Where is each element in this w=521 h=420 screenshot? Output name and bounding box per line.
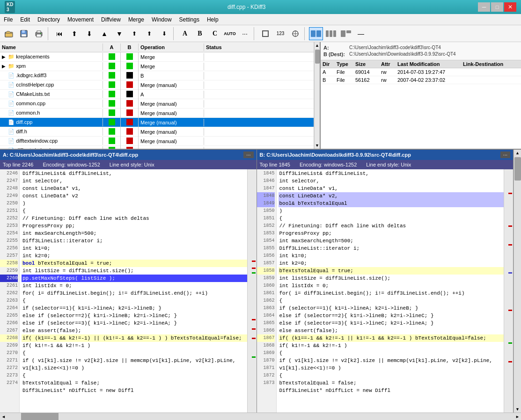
code-line: bTextsTotalEqual = true; [279,267,504,275]
first-diff-button[interactable]: ⏮ [52,27,66,40]
code-line: Diff3LineList::iterator i; [279,245,504,252]
diff-a-more-button[interactable]: ··· [243,152,253,158]
diff-b-more-button[interactable]: ··· [500,152,510,158]
dn-btn2[interactable]: ⬇ [157,27,171,40]
scroll-left-arrow[interactable]: ◄ [0,414,7,419]
expand-arrow[interactable]: ▶ [2,54,7,59]
btn-view2[interactable] [324,27,338,40]
btn-dash[interactable]: — [354,27,368,40]
path-a-label: A: [323,45,349,51]
scroll-track-h [7,413,514,420]
minimize-button[interactable]: ─ [478,2,490,12]
code-line: else assert(false); [22,327,247,334]
scroll-up-arrow[interactable]: ▲ [315,43,319,48]
up-btn3[interactable]: ⬆ [142,27,156,40]
up-btn2[interactable]: ⬆ [127,27,141,40]
file-name: kreplacements [16,54,50,59]
info-size: 56162 [355,77,381,83]
maximize-button[interactable]: □ [491,2,503,12]
next-down-button[interactable]: ▼ [112,27,126,40]
menu-settings[interactable]: Settings [176,14,203,25]
menu-merge[interactable]: Merge [125,14,148,25]
btn-123[interactable]: 123 [273,27,287,40]
print-button[interactable] [32,27,46,40]
scroll-thumb[interactable] [315,50,320,64]
scroll-up-arrow[interactable]: ▲ [514,150,521,156]
btn-square[interactable] [258,27,272,40]
code-content-b[interactable]: Diff3LineList& diff3LineList, int select… [277,169,504,413]
file-icon: 📄 [8,91,15,97]
btn-auto[interactable]: AUTO [223,27,237,40]
col-size: Size [355,61,381,67]
list-item[interactable]: 📄 difftextwindow.cpp Merge (manual) [0,137,314,146]
col-mod: Last Modification [397,61,463,67]
btn-dots[interactable]: ··· [238,27,252,40]
bottom-scrollbar[interactable]: ◄ ► [0,413,521,420]
path-row-a: A: C:\Users\Joachim\kdiff3-code\kdiff3\s… [323,45,518,51]
menu-help[interactable]: Help [203,14,222,25]
prev-diff-up-button[interactable]: ⬆ [67,27,81,40]
code-line: bool bTextsTotalEqual = true; [22,260,247,267]
operation: Merge (manual) [139,109,204,117]
code-line: Diff3LineList* nDiffLict = new Diffl [279,387,504,394]
menu-diffview[interactable]: Diffview [97,14,125,25]
scroll-down-arrow[interactable]: ▼ [514,406,521,413]
file-list-scrollbar[interactable]: ▲ ▼ [314,42,320,149]
list-item[interactable]: 📄 .kdbgrc.kdiff3 B [0,71,314,80]
code-line: int k2=0; [279,260,504,267]
scroll-right-arrow[interactable]: ► [514,414,521,419]
expand-arrow[interactable]: ▶ [2,64,7,69]
code-line: ProgressProxy pp; [22,222,247,230]
status [204,65,251,67]
menu-movement[interactable]: Movement [64,14,97,25]
code-content-a[interactable]: Diff3LineList& diff3LineList, int select… [20,169,247,413]
marker [508,225,512,227]
scroll-thumb-vertical[interactable] [514,157,521,181]
list-item[interactable]: 📄 difftextwindow.h Merge (manual) [0,146,314,149]
list-item[interactable]: 📄 CMakeLists.txt A [0,90,314,99]
list-item[interactable]: 📄 common.h Merge (manual) [0,109,314,118]
list-item[interactable]: 📄 common.cpp Merge (manual) [0,99,314,109]
next-diff-down-button[interactable]: ⬇ [82,27,96,40]
info-type: File [337,69,355,75]
status [204,112,251,114]
menu-directory[interactable]: Directory [34,14,64,25]
scroll-down-arrow[interactable]: ▼ [315,143,319,148]
prev-up-button[interactable]: ▲ [97,27,111,40]
list-item[interactable]: ▶ 📁 xpm Merge [0,62,314,71]
indicator-b [126,119,133,125]
list-item[interactable]: 📄 diff.h Merge (manual) [0,127,314,137]
code-line: ) [22,200,247,207]
main-scrollbar[interactable]: ▲ ▼ [514,150,521,413]
indicator-a [109,109,115,116]
btn-view1[interactable] [309,27,323,40]
btn-a[interactable]: A [178,27,192,40]
info-attr: rw [381,69,397,75]
menu-file[interactable]: File [0,14,16,25]
menu-edit[interactable]: Edit [16,14,34,25]
close-button[interactable]: ✕ [504,2,516,12]
open-button[interactable] [2,27,16,40]
code-line: // Finetuning: Diff each line with delta… [279,222,504,230]
list-item[interactable]: 📄 diff.cpp Merge (manual) [0,118,314,127]
svg-rect-13 [311,30,316,37]
indicator-b [126,109,133,116]
menu-window[interactable]: Window [148,14,176,25]
list-item[interactable]: ▶ 📁 kreplacements Merge [0,52,314,62]
scroll-thumb-h[interactable] [21,413,59,420]
status [204,56,251,58]
code-line: Diff3LineList& diff3LineList, [22,170,247,177]
btn-view3[interactable] [339,27,353,40]
btn-crosshair[interactable] [288,27,302,40]
marker [508,272,512,274]
code-line: { [22,297,247,304]
save-button[interactable] [17,27,31,40]
list-item[interactable]: 📄 ccInstHelper.cpp Merge (manual) [0,80,314,90]
indicator-a [109,119,115,125]
btn-c[interactable]: C [208,27,222,40]
btn-b[interactable]: B [193,27,207,40]
operation: Merge [139,63,204,70]
marker [252,319,256,320]
app-logo: KD3 [5,1,15,13]
diff-a-line-end: Line end style: Unix [110,162,154,167]
